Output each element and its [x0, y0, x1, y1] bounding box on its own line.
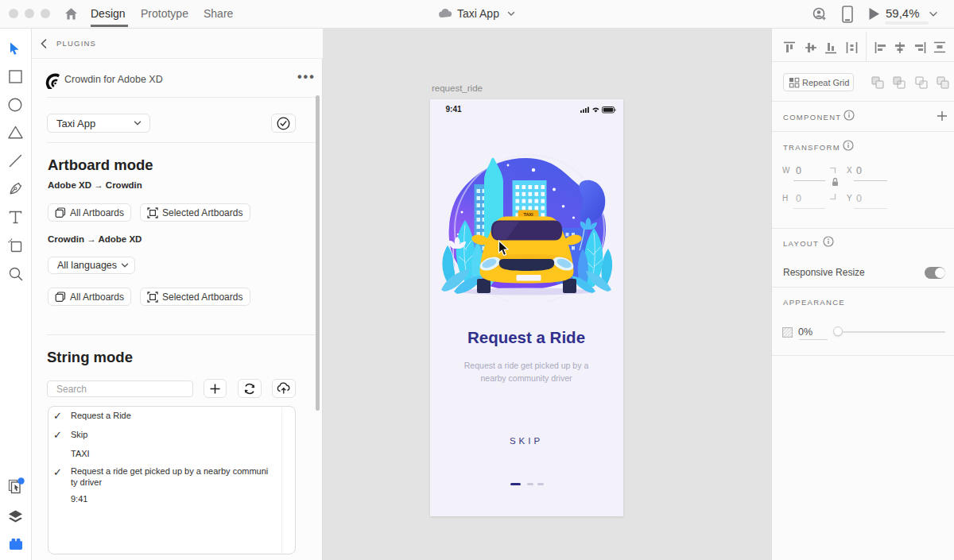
svg-text:TAXI: TAXI [523, 212, 533, 217]
